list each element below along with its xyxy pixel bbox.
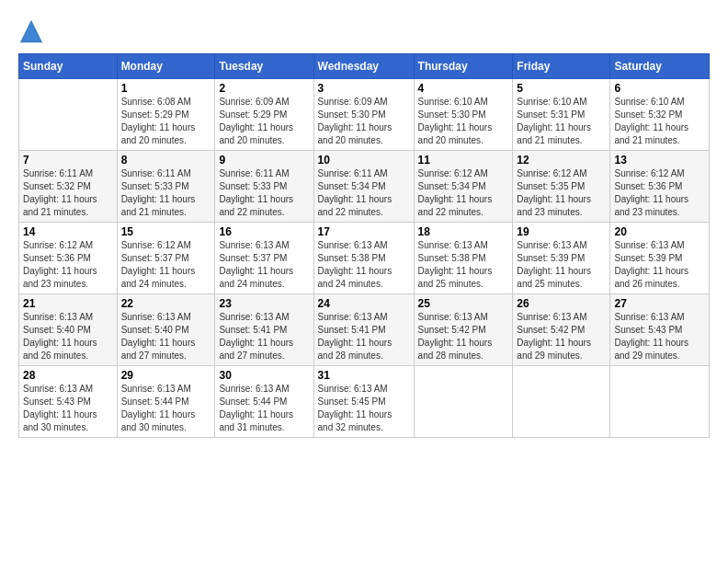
day-number: 1 (121, 82, 211, 95)
day-cell: 20Sunrise: 6:13 AMSunset: 5:39 PMDayligh… (610, 223, 710, 294)
header-cell-saturday: Saturday (610, 54, 710, 79)
header-cell-monday: Monday (117, 54, 215, 79)
day-cell: 9Sunrise: 6:11 AMSunset: 5:33 PMDaylight… (215, 151, 313, 223)
day-info: Sunrise: 6:10 AMSunset: 5:32 PMDaylight:… (614, 96, 705, 147)
day-info: Sunrise: 6:10 AMSunset: 5:31 PMDaylight:… (517, 96, 606, 147)
day-number: 25 (418, 297, 509, 310)
day-cell: 10Sunrise: 6:11 AMSunset: 5:34 PMDayligh… (313, 151, 414, 223)
day-number: 16 (219, 225, 309, 238)
day-info: Sunrise: 6:11 AMSunset: 5:33 PMDaylight:… (121, 167, 211, 219)
day-info: Sunrise: 6:13 AMSunset: 5:40 PMDaylight:… (121, 311, 211, 362)
day-info: Sunrise: 6:13 AMSunset: 5:39 PMDaylight:… (614, 239, 705, 291)
day-info: Sunrise: 6:13 AMSunset: 5:38 PMDaylight:… (418, 239, 509, 291)
day-number: 4 (418, 82, 509, 95)
day-info: Sunrise: 6:11 AMSunset: 5:32 PMDaylight:… (23, 167, 113, 219)
week-row-3: 14Sunrise: 6:12 AMSunset: 5:36 PMDayligh… (19, 223, 710, 294)
day-cell: 4Sunrise: 6:10 AMSunset: 5:30 PMDaylight… (414, 79, 513, 151)
day-cell: 31Sunrise: 6:13 AMSunset: 5:45 PMDayligh… (313, 366, 414, 438)
header (18, 18, 710, 44)
day-cell (19, 79, 118, 151)
day-cell: 15Sunrise: 6:12 AMSunset: 5:37 PMDayligh… (117, 223, 215, 294)
day-number: 28 (23, 369, 113, 382)
calendar-table: SundayMondayTuesdayWednesdayThursdayFrid… (18, 53, 710, 438)
day-info: Sunrise: 6:13 AMSunset: 5:41 PMDaylight:… (318, 311, 410, 362)
day-info: Sunrise: 6:13 AMSunset: 5:43 PMDaylight:… (614, 311, 705, 362)
day-number: 3 (318, 82, 410, 95)
day-cell: 14Sunrise: 6:12 AMSunset: 5:36 PMDayligh… (19, 223, 118, 294)
day-number: 9 (219, 154, 309, 167)
day-cell: 28Sunrise: 6:13 AMSunset: 5:43 PMDayligh… (19, 366, 118, 438)
header-cell-wednesday: Wednesday (313, 54, 414, 79)
day-cell: 18Sunrise: 6:13 AMSunset: 5:38 PMDayligh… (414, 223, 513, 294)
day-cell: 5Sunrise: 6:10 AMSunset: 5:31 PMDaylight… (513, 79, 610, 151)
day-cell: 16Sunrise: 6:13 AMSunset: 5:37 PMDayligh… (215, 223, 313, 294)
logo (18, 18, 46, 44)
page: SundayMondayTuesdayWednesdayThursdayFrid… (0, 0, 728, 563)
day-info: Sunrise: 6:12 AMSunset: 5:35 PMDaylight:… (517, 167, 606, 219)
day-cell: 25Sunrise: 6:13 AMSunset: 5:42 PMDayligh… (414, 294, 513, 366)
day-number: 20 (614, 225, 705, 238)
day-cell: 8Sunrise: 6:11 AMSunset: 5:33 PMDaylight… (117, 151, 215, 223)
day-number: 23 (219, 297, 309, 310)
day-number: 13 (614, 154, 705, 167)
day-cell (414, 366, 513, 438)
day-number: 17 (318, 225, 410, 238)
day-cell: 21Sunrise: 6:13 AMSunset: 5:40 PMDayligh… (19, 294, 118, 366)
day-number: 14 (23, 225, 113, 238)
header-cell-sunday: Sunday (19, 54, 118, 79)
day-number: 11 (418, 154, 509, 167)
header-row: SundayMondayTuesdayWednesdayThursdayFrid… (19, 54, 710, 79)
day-number: 12 (517, 154, 606, 167)
day-cell: 30Sunrise: 6:13 AMSunset: 5:44 PMDayligh… (215, 366, 313, 438)
day-cell: 12Sunrise: 6:12 AMSunset: 5:35 PMDayligh… (513, 151, 610, 223)
day-number: 30 (219, 369, 309, 382)
week-row-1: 1Sunrise: 6:08 AMSunset: 5:29 PMDaylight… (19, 79, 710, 151)
day-cell: 17Sunrise: 6:13 AMSunset: 5:38 PMDayligh… (313, 223, 414, 294)
day-cell: 26Sunrise: 6:13 AMSunset: 5:42 PMDayligh… (513, 294, 610, 366)
week-row-5: 28Sunrise: 6:13 AMSunset: 5:43 PMDayligh… (19, 366, 710, 438)
day-info: Sunrise: 6:13 AMSunset: 5:38 PMDaylight:… (318, 239, 410, 291)
day-number: 7 (23, 154, 113, 167)
day-info: Sunrise: 6:12 AMSunset: 5:37 PMDaylight:… (121, 239, 211, 291)
day-info: Sunrise: 6:13 AMSunset: 5:45 PMDaylight:… (318, 383, 410, 434)
day-info: Sunrise: 6:13 AMSunset: 5:41 PMDaylight:… (219, 311, 309, 362)
day-info: Sunrise: 6:13 AMSunset: 5:44 PMDaylight:… (219, 383, 309, 434)
day-info: Sunrise: 6:12 AMSunset: 5:36 PMDaylight:… (23, 239, 113, 291)
week-row-4: 21Sunrise: 6:13 AMSunset: 5:40 PMDayligh… (19, 294, 710, 366)
day-info: Sunrise: 6:12 AMSunset: 5:36 PMDaylight:… (614, 167, 705, 219)
day-number: 27 (614, 297, 705, 310)
day-info: Sunrise: 6:11 AMSunset: 5:33 PMDaylight:… (219, 167, 309, 219)
day-cell: 7Sunrise: 6:11 AMSunset: 5:32 PMDaylight… (19, 151, 118, 223)
day-number: 19 (517, 225, 606, 238)
day-info: Sunrise: 6:13 AMSunset: 5:42 PMDaylight:… (418, 311, 509, 362)
day-cell: 29Sunrise: 6:13 AMSunset: 5:44 PMDayligh… (117, 366, 215, 438)
logo-icon (18, 18, 44, 44)
day-number: 26 (517, 297, 606, 310)
day-cell: 11Sunrise: 6:12 AMSunset: 5:34 PMDayligh… (414, 151, 513, 223)
day-cell: 24Sunrise: 6:13 AMSunset: 5:41 PMDayligh… (313, 294, 414, 366)
day-number: 21 (23, 297, 113, 310)
day-number: 31 (318, 369, 410, 382)
day-number: 15 (121, 225, 211, 238)
header-cell-thursday: Thursday (414, 54, 513, 79)
day-number: 10 (318, 154, 410, 167)
day-info: Sunrise: 6:12 AMSunset: 5:34 PMDaylight:… (418, 167, 509, 219)
day-info: Sunrise: 6:13 AMSunset: 5:37 PMDaylight:… (219, 239, 309, 291)
day-cell: 13Sunrise: 6:12 AMSunset: 5:36 PMDayligh… (610, 151, 710, 223)
header-cell-friday: Friday (513, 54, 610, 79)
week-row-2: 7Sunrise: 6:11 AMSunset: 5:32 PMDaylight… (19, 151, 710, 223)
day-cell: 23Sunrise: 6:13 AMSunset: 5:41 PMDayligh… (215, 294, 313, 366)
day-number: 2 (219, 82, 309, 95)
day-info: Sunrise: 6:08 AMSunset: 5:29 PMDaylight:… (121, 96, 211, 147)
day-cell: 2Sunrise: 6:09 AMSunset: 5:29 PMDaylight… (215, 79, 313, 151)
day-info: Sunrise: 6:10 AMSunset: 5:30 PMDaylight:… (418, 96, 509, 147)
day-info: Sunrise: 6:13 AMSunset: 5:40 PMDaylight:… (23, 311, 113, 362)
day-info: Sunrise: 6:13 AMSunset: 5:44 PMDaylight:… (121, 383, 211, 434)
day-cell: 6Sunrise: 6:10 AMSunset: 5:32 PMDaylight… (610, 79, 710, 151)
day-info: Sunrise: 6:13 AMSunset: 5:39 PMDaylight:… (517, 239, 606, 291)
day-cell (513, 366, 610, 438)
day-number: 18 (418, 225, 509, 238)
day-cell: 1Sunrise: 6:08 AMSunset: 5:29 PMDaylight… (117, 79, 215, 151)
day-number: 8 (121, 154, 211, 167)
day-info: Sunrise: 6:13 AMSunset: 5:42 PMDaylight:… (517, 311, 606, 362)
